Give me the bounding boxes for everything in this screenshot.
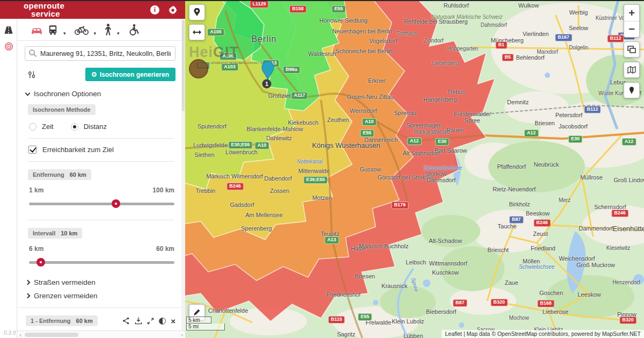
info-icon[interactable]: i <box>150 5 159 15</box>
zoom-out-button[interactable]: − <box>624 21 639 37</box>
swap-direction-button[interactable] <box>189 24 205 40</box>
avoid-roads-label: Straßen vermeiden <box>34 278 96 286</box>
map-style-button[interactable] <box>624 62 640 78</box>
radio-zeit-label: Zeit <box>42 123 54 131</box>
directions-tab[interactable] <box>0 22 17 38</box>
method-badge: Isochronen Methode <box>28 104 96 115</box>
mode-bike-button[interactable] <box>74 23 90 37</box>
walk-dropdown-caret[interactable]: ▾ <box>117 31 120 36</box>
isochrones-options-title: Isochronen Optionen <box>34 90 101 98</box>
university-seal-text: UNIVERSITÄT HEIDELBERG ZUKUNFT SEIT 1386 <box>210 61 273 65</box>
scale-mi: 5 mi <box>186 323 225 330</box>
mode-walk-button[interactable] <box>104 23 113 37</box>
scroll-right-arrow[interactable]: › <box>179 332 185 338</box>
slider-track <box>29 203 174 205</box>
distance-slider-handle[interactable] <box>112 199 120 208</box>
bike-dropdown-caret[interactable]: ▾ <box>94 31 97 36</box>
bus-dropdown-caret[interactable]: ▾ <box>63 31 66 36</box>
result-toolbar: 1 - Entfernung60 km × <box>26 315 175 326</box>
generate-row: Isochronen generieren <box>28 68 175 81</box>
chevron-right-icon <box>25 280 31 285</box>
expand-icon[interactable] <box>147 318 154 325</box>
bicycle-icon <box>74 23 90 37</box>
isochrones-options-toggle[interactable]: Isochronen Optionen <box>26 90 175 98</box>
heigit-watermark: HeiGIT <box>189 44 239 61</box>
sidebar-main: ▾ ▾ ▾ <box>17 19 185 330</box>
chevron-right-icon <box>25 293 31 299</box>
bullseye-icon <box>4 42 13 51</box>
zoom-in-button[interactable]: + <box>624 5 639 21</box>
divider <box>28 220 174 220</box>
app-window: BerlinGroßziethenHönower SiedlungNeuenha… <box>0 0 644 338</box>
section-divider <box>17 307 185 308</box>
place-search-button[interactable] <box>189 4 205 20</box>
wheelchair-icon <box>127 23 140 37</box>
generate-button-label: Isochronen generieren <box>100 71 169 78</box>
app-header: openrouteservice i <box>0 1 185 19</box>
left-right-arrow-icon <box>193 30 201 35</box>
isochrones-tab[interactable] <box>0 38 17 54</box>
road-icon <box>4 25 13 35</box>
interval-slider[interactable] <box>29 258 174 267</box>
interval-minmax: 6 km 60 km <box>29 245 174 253</box>
generate-button-icon <box>92 72 97 77</box>
interval-max: 60 km <box>156 245 174 253</box>
add-marker-button[interactable] <box>624 82 640 98</box>
share-icon[interactable] <box>122 317 130 325</box>
filter-sliders-icon[interactable] <box>28 70 37 79</box>
radio-distanz-label: Distanz <box>84 123 107 131</box>
left-icon-strip <box>0 19 17 338</box>
slider-track <box>29 261 174 264</box>
avoid-borders-toggle[interactable]: Grenzen vermeiden <box>26 292 175 300</box>
mode-bus-button[interactable] <box>47 23 59 37</box>
transport-mode-bar: ▾ ▾ ▾ <box>17 19 185 41</box>
scale-km: 5 km <box>186 317 211 323</box>
close-icon[interactable]: × <box>171 318 175 325</box>
small-pin-icon <box>629 87 634 95</box>
divider <box>28 138 174 139</box>
search-input[interactable] <box>25 46 175 61</box>
car-icon <box>30 23 43 37</box>
layers-button[interactable] <box>624 41 640 57</box>
gear-icon[interactable] <box>168 5 178 15</box>
mode-wheelchair-button[interactable] <box>127 23 140 37</box>
app-logo: openrouteservice <box>24 2 64 18</box>
mode-car-button[interactable] <box>30 23 43 37</box>
sidebar-vertical-scrollbar[interactable] <box>181 19 185 330</box>
generate-isochrones-button[interactable]: Isochronen generieren <box>85 68 175 81</box>
distance-minmax: 1 km 100 km <box>29 186 174 194</box>
bus-icon <box>47 23 59 37</box>
radio-zeit[interactable] <box>29 123 36 131</box>
distance-badge: Entfernung60 km <box>28 169 91 180</box>
version-label: 0.3.9 <box>4 330 16 336</box>
download-icon[interactable] <box>135 317 142 325</box>
pedestrian-icon <box>104 23 113 37</box>
scroll-left-arrow[interactable]: ‹ <box>17 332 24 338</box>
zoom-control: + − <box>624 4 640 38</box>
reachability-label: Erreichbarkeit zum Ziel <box>42 146 114 154</box>
layers-icon <box>627 46 636 53</box>
distance-max: 100 km <box>152 186 174 194</box>
avoid-borders-label: Grenzen vermeiden <box>34 292 98 300</box>
folded-map-icon <box>627 66 636 74</box>
distance-min: 1 km <box>29 186 43 194</box>
pencil-icon <box>193 308 201 316</box>
chevron-down-icon <box>25 90 31 96</box>
sidebar-horizontal-scrollbar[interactable]: ‹ › <box>17 330 185 338</box>
radio-distanz[interactable] <box>71 123 78 131</box>
reachability-checkbox[interactable] <box>28 146 36 154</box>
interval-min: 6 km <box>29 245 43 253</box>
interval-badge: Intervall10 km <box>28 228 82 239</box>
method-radio-group: Zeit Distanz <box>29 123 185 131</box>
avoid-roads-toggle[interactable]: Straßen vermeiden <box>26 278 175 286</box>
scrollbar-thumb[interactable] <box>25 333 78 337</box>
scale-bar: 5 km 5 mi <box>186 317 225 330</box>
distance-slider[interactable] <box>29 199 174 208</box>
contrast-toggle-icon[interactable] <box>159 318 166 325</box>
interval-slider-handle[interactable] <box>36 258 45 267</box>
sidebar: ▾ ▾ ▾ <box>0 0 185 338</box>
divider <box>28 161 174 162</box>
search-wrap <box>25 46 175 61</box>
university-seal <box>189 59 208 78</box>
map-attribution: Leaflet | Map data © OpenStreetMap contr… <box>442 330 644 338</box>
